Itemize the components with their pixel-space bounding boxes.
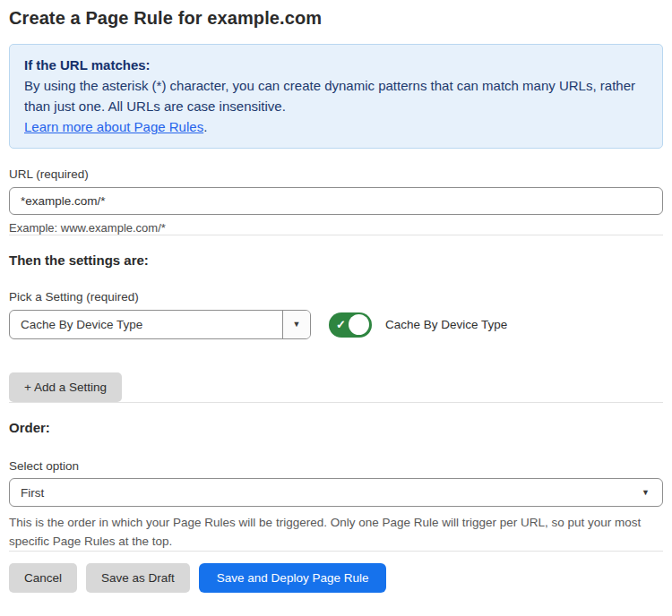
add-setting-button[interactable]: + Add a Setting [9,372,122,402]
settings-section-heading: Then the settings are: [9,252,663,268]
setting-select[interactable]: Cache By Device Type ▼ [9,310,311,339]
url-field-label: URL (required) [9,167,663,181]
cancel-button[interactable]: Cancel [9,563,77,593]
order-select-label: Select option [9,459,663,473]
order-description: This is the order in which your Page Rul… [9,513,663,551]
save-and-deploy-button[interactable]: Save and Deploy Page Rule [199,563,387,593]
info-callout-body: By using the asterisk (*) character, you… [24,78,635,114]
url-field-block: URL (required) Example: www.example.com/… [9,167,663,235]
check-icon: ✓ [336,319,346,330]
setting-picker-label: Pick a Setting (required) [9,290,663,304]
learn-more-link[interactable]: Learn more about Page Rules [24,119,203,134]
section-divider [9,402,663,403]
section-divider [9,235,663,235]
save-as-draft-button[interactable]: Save as Draft [86,563,190,593]
link-suffix-period: . [203,119,207,134]
cache-by-device-type-toggle[interactable]: ✓ [329,312,372,338]
chevron-down-icon: ▼ [293,321,301,329]
url-input[interactable] [9,187,663,215]
setting-select-value: Cache By Device Type [10,311,282,338]
create-page-rule-form: Create a Page Rule for example.com If th… [0,0,672,593]
url-field-hint: Example: www.example.com/* [9,221,663,235]
footer-divider [9,551,663,552]
setting-picker-block: Pick a Setting (required) Cache By Devic… [9,290,663,339]
chevron-down-icon: ▼ [642,489,650,497]
setting-picker-row: Cache By Device Type ▼ ✓ Cache By Device… [9,310,663,339]
url-match-info-callout: If the URL matches: By using the asteris… [9,44,663,149]
toggle-knob [349,314,369,335]
footer-actions: Cancel Save as Draft Save and Deploy Pag… [9,563,663,593]
page-title: Create a Page Rule for example.com [9,8,663,29]
toggle-label: Cache By Device Type [385,318,507,331]
setting-select-arrow-button[interactable]: ▼ [282,311,310,338]
order-section-heading: Order: [9,420,663,435]
order-select[interactable]: First ▼ [9,478,663,507]
info-callout-heading: If the URL matches: [24,55,648,75]
order-select-value: First [21,486,642,500]
